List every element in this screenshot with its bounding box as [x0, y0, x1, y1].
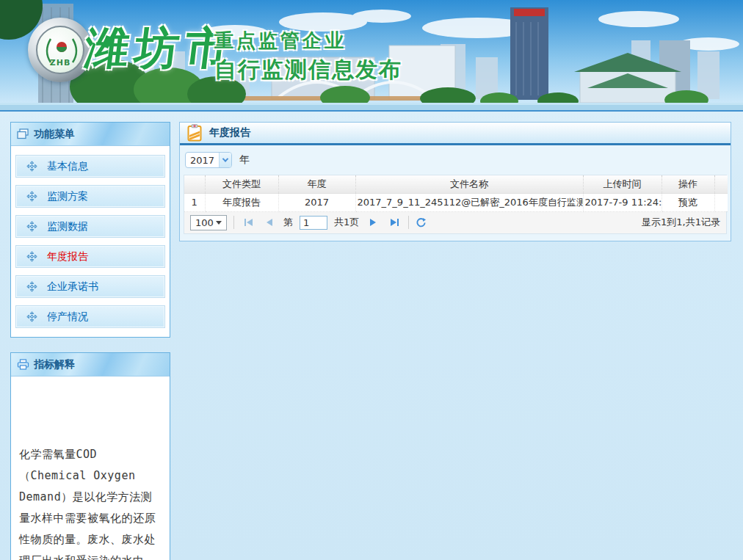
indicator-body: 化学需氧量COD（Chemical Oxygen Demand）是以化学方法测量… — [11, 444, 170, 560]
cell-action: 预览 — [662, 193, 714, 211]
function-menu-title: 功能菜单 — [34, 128, 75, 141]
site-subtitle: 重点监管企业 自行监测信息发布 — [214, 28, 402, 85]
indicator-header: 指标解释 — [11, 353, 170, 377]
col-header-filler — [714, 175, 728, 193]
col-header-file-name: 文件名称 — [355, 175, 583, 193]
page-number-input[interactable] — [300, 216, 327, 230]
sidebar-item-production-halt[interactable]: 停产情况 — [15, 305, 165, 328]
sidebar-item-label: 监测数据 — [47, 220, 88, 233]
select-arrow-icon — [216, 221, 222, 225]
prev-page-button[interactable] — [262, 215, 277, 230]
annual-report-panel: 年度报告 2017 年 — [179, 122, 731, 241]
indicator-text: 化学需氧量COD（Chemical Oxygen Demand）是以化学方法测量… — [19, 444, 162, 560]
sidebar-item-label: 停产情况 — [47, 310, 88, 324]
sidebar-item-label: 基本信息 — [47, 160, 88, 173]
page-size-select[interactable]: 100 — [190, 215, 227, 230]
subtitle-line1: 重点监管企业 — [214, 28, 402, 54]
cell-index: 1 — [184, 193, 205, 211]
compass-arrows-icon — [26, 191, 37, 202]
function-menu-header: 功能菜单 — [11, 123, 170, 146]
subtitle-line2: 自行监测信息发布 — [214, 55, 402, 85]
page-label-prefix: 第 — [283, 216, 293, 229]
col-header-year: 年度 — [278, 175, 355, 193]
divider — [408, 216, 409, 229]
year-select[interactable]: 2017 — [185, 152, 232, 168]
refresh-button[interactable] — [416, 217, 427, 228]
report-grid: 文件类型 年度 文件名称 上传时间 操作 1 年度报告 2017 — [184, 175, 727, 234]
folder-icon — [17, 128, 29, 139]
sidebar: 功能菜单 基本信息 监测方案 监测数据 年度报告 — [10, 122, 170, 560]
sidebar-item-annual-report[interactable]: 年度报告 — [15, 245, 165, 268]
cell-file-type: 年度报告 — [205, 193, 278, 211]
first-page-button[interactable] — [241, 215, 255, 230]
col-header-upload-time: 上传时间 — [583, 175, 662, 193]
indicator-title: 指标解释 — [34, 358, 75, 371]
year-filter-row: 2017 年 — [185, 152, 727, 168]
sidebar-item-enterprise-commitment[interactable]: 企业承诺书 — [15, 275, 165, 298]
chevron-down-icon — [219, 153, 231, 167]
annual-report-header: 年度报告 — [180, 123, 731, 145]
cell-filler — [714, 193, 728, 211]
sidebar-item-label: 年度报告 — [47, 250, 88, 263]
last-page-button[interactable] — [387, 215, 402, 230]
printer-icon — [17, 359, 29, 370]
compass-arrows-icon — [26, 281, 37, 292]
cell-upload-time: 2017-7-9 11:24:13 — [583, 193, 662, 211]
total-pages-label: 共1页 — [334, 216, 359, 229]
sidebar-item-monitoring-plan[interactable]: 监测方案 — [15, 185, 165, 208]
cell-year: 2017 — [278, 193, 355, 211]
page: ZHB 潍坊市 重点监管企业 自行监测信息发布 功能菜单 基本信息 — [0, 0, 743, 560]
next-page-button[interactable] — [366, 215, 380, 230]
indicator-panel: 指标解释 化学需氧量COD（Chemical Oxygen Demand）是以化… — [10, 352, 170, 560]
page-size-value: 100 — [195, 217, 214, 228]
page-title: 年度报告 — [209, 126, 250, 139]
function-menu-panel: 功能菜单 基本信息 监测方案 监测数据 年度报告 — [10, 122, 170, 338]
col-header-file-type: 文件类型 — [205, 175, 278, 193]
compass-arrows-icon — [26, 251, 37, 262]
compass-arrows-icon — [26, 311, 37, 322]
year-suffix-label: 年 — [239, 153, 250, 167]
site-banner: ZHB 潍坊市 重点监管企业 自行监测信息发布 — [0, 0, 743, 112]
annual-report-body: 2017 年 文件类型 年度 文件名称 — [180, 145, 731, 241]
sidebar-item-basic-info[interactable]: 基本信息 — [15, 155, 165, 178]
record-count-summary: 显示1到1,共1记录 — [642, 216, 720, 229]
table-row: 1 年度报告 2017 2017_7_9_11_245112@已解密_2016年… — [184, 193, 728, 211]
compass-arrows-icon — [26, 221, 37, 232]
function-menu: 基本信息 监测方案 监测数据 年度报告 企业承诺书 — [11, 146, 170, 337]
year-select-value: 2017 — [190, 155, 214, 166]
sidebar-item-label: 企业承诺书 — [47, 280, 98, 294]
divider — [233, 216, 234, 229]
sidebar-item-label: 监测方案 — [47, 190, 88, 203]
clipboard-icon — [187, 124, 202, 142]
sidebar-item-monitoring-data[interactable]: 监测数据 — [15, 215, 165, 238]
col-header-index — [184, 175, 205, 193]
report-table: 文件类型 年度 文件名称 上传时间 操作 1 年度报告 2017 — [184, 175, 728, 212]
refresh-icon — [416, 217, 427, 228]
col-header-action: 操作 — [662, 175, 714, 193]
preview-link[interactable]: 预览 — [678, 197, 697, 208]
pagination-bar: 100 第 共1页 — [184, 212, 726, 233]
compass-arrows-icon — [26, 161, 37, 172]
cell-file-name: 2017_7_9_11_245112@已解密_2016年度自行监测开展情况年 — [355, 193, 583, 211]
table-header-row: 文件类型 年度 文件名称 上传时间 操作 — [184, 175, 728, 193]
logo-laurel-icon — [37, 27, 86, 76]
